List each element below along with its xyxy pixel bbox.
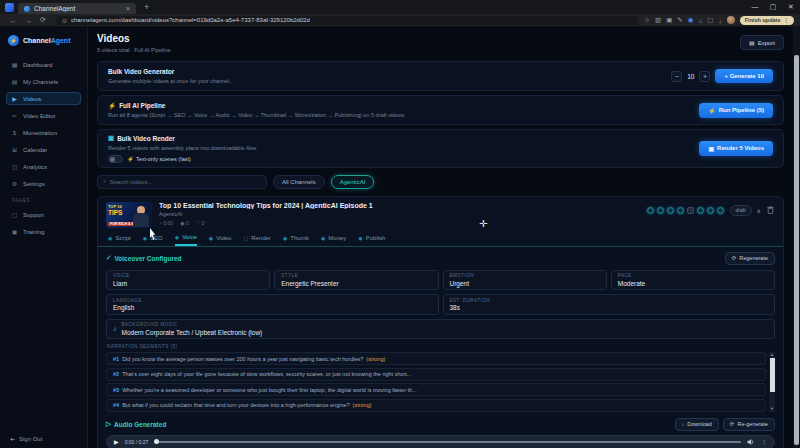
sidebar-item-videos[interactable]: ▶ Videos bbox=[6, 92, 81, 105]
delete-video-button[interactable] bbox=[766, 206, 775, 214]
count-increment-button[interactable]: + bbox=[699, 71, 710, 82]
logo-text: ChannelAgent bbox=[23, 37, 70, 44]
field-label: STYLE bbox=[281, 273, 431, 278]
player-menu-icon[interactable]: ⋮ bbox=[761, 438, 767, 445]
browser-profile-icon[interactable] bbox=[5, 3, 14, 12]
thumb-text: TIPS bbox=[108, 209, 122, 216]
address-bar[interactable]: ⊙ channelagent.com/dashboard/videos?chan… bbox=[56, 16, 638, 25]
player-time: 0:00 / 0:27 bbox=[125, 439, 149, 445]
sidebar-item-my-channels[interactable]: ▤ My Channels bbox=[6, 75, 81, 88]
app-logo[interactable]: ⚡ ChannelAgent bbox=[8, 35, 81, 46]
channels-icon: ▤ bbox=[11, 78, 18, 85]
tab-video[interactable]: ◉Video bbox=[209, 234, 232, 246]
back-button[interactable]: ← bbox=[10, 17, 17, 24]
sidebar-item-monetization[interactable]: $ Monetization bbox=[6, 126, 81, 139]
sign-out-button[interactable]: ➔ Sign Out bbox=[10, 435, 42, 442]
seek-knob[interactable] bbox=[154, 439, 159, 444]
site-settings-icon[interactable]: ⊙ bbox=[62, 17, 67, 24]
extensions-puzzle-icon[interactable]: ▢ bbox=[707, 16, 713, 24]
tab-publish[interactable]: ◉Publish bbox=[358, 234, 385, 246]
segments-scrollbar[interactable]: ▲ ▼ bbox=[769, 352, 775, 412]
sidebar-item-support[interactable]: ▢ Support bbox=[6, 208, 81, 221]
duration-field: EST. DURATION 38s bbox=[443, 294, 776, 315]
browser-avatar[interactable] bbox=[727, 16, 735, 24]
run-pipeline-button[interactable]: ⚡ Run Pipeline (5) bbox=[699, 103, 773, 118]
browser-tab[interactable]: ChannelAgent × bbox=[18, 3, 136, 14]
video-title[interactable]: Top 10 Essential Technology Tips for 202… bbox=[159, 202, 640, 209]
count-decrement-button[interactable]: − bbox=[671, 71, 682, 82]
sidebar-item-label: Monetization bbox=[23, 130, 57, 136]
status-dot-monetization bbox=[707, 207, 714, 214]
volume-button[interactable] bbox=[747, 438, 755, 446]
regenerate-voice-button[interactable]: ⟳ Regenerate bbox=[725, 252, 775, 265]
videos-icon: ▶ bbox=[11, 95, 18, 102]
finish-update-button[interactable]: Finish update ⋮ bbox=[740, 16, 794, 25]
segments-scrollbar-thumb[interactable] bbox=[770, 358, 775, 392]
scroll-down-arrow[interactable]: ▼ bbox=[769, 406, 775, 412]
segment-text: But what if you could reclaim that time … bbox=[122, 402, 349, 408]
collapse-card-button[interactable]: ∧ bbox=[755, 207, 763, 214]
sidebar-item-analytics[interactable]: ◫ Analytics bbox=[6, 160, 81, 173]
sidebar-item-dashboard[interactable]: ▦ Dashboard bbox=[6, 58, 81, 71]
page-scrollbar-thumb[interactable] bbox=[794, 55, 799, 445]
new-tab-button[interactable]: + bbox=[144, 2, 149, 12]
voice-field: VOICE Liam bbox=[106, 270, 270, 291]
video-thumbnail[interactable]: TOP 10 TIPS FOR RICH & WOW bbox=[106, 202, 152, 228]
update-menu-icon[interactable]: ⋮ bbox=[784, 17, 790, 23]
status-dot-seo bbox=[657, 207, 664, 214]
forward-button[interactable]: → bbox=[25, 17, 32, 24]
tab-thumb[interactable]: ◉Thumb bbox=[283, 234, 309, 246]
seek-bar[interactable] bbox=[154, 441, 741, 443]
search-videos-box[interactable]: ⌕ bbox=[97, 175, 267, 189]
window-minimize-button[interactable]: — bbox=[746, 0, 764, 14]
download-audio-button[interactable]: ↓ Download bbox=[675, 418, 719, 431]
reload-button[interactable]: ⟳ bbox=[40, 16, 46, 24]
extension-cast-icon[interactable]: ⌂ bbox=[698, 17, 702, 24]
logo-icon: ⚡ bbox=[8, 35, 19, 46]
narration-segment: #1Did you know the average person wastes… bbox=[106, 352, 766, 365]
download-tray-icon[interactable]: ↓ bbox=[719, 17, 722, 24]
fast-icon: ⚡ bbox=[127, 156, 134, 162]
side-panel-icon[interactable]: ▥ bbox=[655, 16, 661, 24]
tab-voice[interactable]: ◉Voice bbox=[175, 234, 197, 246]
generate-videos-button[interactable]: + Generate 10 bbox=[715, 69, 773, 83]
audio-player[interactable]: ▶ 0:00 / 0:27 ⋮ bbox=[106, 435, 775, 448]
download-label: Download bbox=[687, 421, 711, 427]
bookmark-star-icon[interactable]: ☆ bbox=[644, 16, 650, 24]
window-close-button[interactable]: ✕ bbox=[782, 0, 800, 14]
bulk-render-panel: ▣ Bulk Video Render Render 5 videos with… bbox=[97, 129, 784, 168]
render-videos-button[interactable]: ▣ Render 5 Videos bbox=[699, 141, 773, 156]
sidebar-item-training[interactable]: ▣ Training bbox=[6, 225, 81, 238]
filter-channel-agenticai[interactable]: AgenticAI bbox=[331, 175, 375, 189]
regenerate-audio-button[interactable]: ⟳ Re-generate bbox=[723, 418, 775, 431]
tab-script[interactable]: ◉Script bbox=[108, 234, 131, 246]
filter-all-channels[interactable]: All Channels bbox=[273, 175, 325, 189]
extension-pen-icon[interactable]: ✎ bbox=[677, 16, 682, 24]
lightning-icon: ⚡ bbox=[708, 107, 716, 114]
video-editor-icon: ✂ bbox=[11, 112, 18, 119]
text-only-toggle[interactable] bbox=[108, 155, 123, 163]
stage-done-icon: ◉ bbox=[143, 235, 147, 241]
page-scrollbar[interactable] bbox=[793, 27, 800, 448]
sidebar-item-calendar[interactable]: ⊞ Calendar bbox=[6, 143, 81, 156]
sidebar-item-settings[interactable]: ⚙ Settings bbox=[6, 177, 81, 190]
bulk-render-subtitle: Render 5 videos with assembly plans into… bbox=[108, 145, 258, 151]
export-button[interactable]: ▤ Export bbox=[740, 35, 784, 50]
extension-icon[interactable]: ▣ bbox=[666, 16, 672, 24]
status-dot-audio bbox=[677, 207, 684, 214]
window-maximize-button[interactable]: ▢ bbox=[764, 0, 782, 14]
tab-render[interactable]: ▢Render bbox=[243, 234, 270, 246]
stage-done-icon: ◉ bbox=[175, 234, 179, 240]
tab-money[interactable]: ◉Money bbox=[321, 234, 346, 246]
extension-blue-icon[interactable]: ◉ bbox=[688, 16, 694, 24]
play-button[interactable]: ▶ bbox=[114, 438, 119, 445]
tab-label: Voice bbox=[182, 234, 197, 240]
sidebar-item-video-editor[interactable]: ✂ Video Editor bbox=[6, 109, 81, 122]
search-input[interactable] bbox=[109, 179, 261, 185]
page-subtitle: 5 videos total · Full AI Pipeline bbox=[97, 47, 171, 53]
search-icon: ⌕ bbox=[103, 178, 106, 185]
render-videos-label: Render 5 Videos bbox=[717, 145, 764, 151]
clapperboard-icon: ▣ bbox=[708, 145, 714, 152]
tab-close-icon[interactable]: × bbox=[126, 5, 130, 12]
analytics-icon: ◫ bbox=[11, 163, 18, 170]
